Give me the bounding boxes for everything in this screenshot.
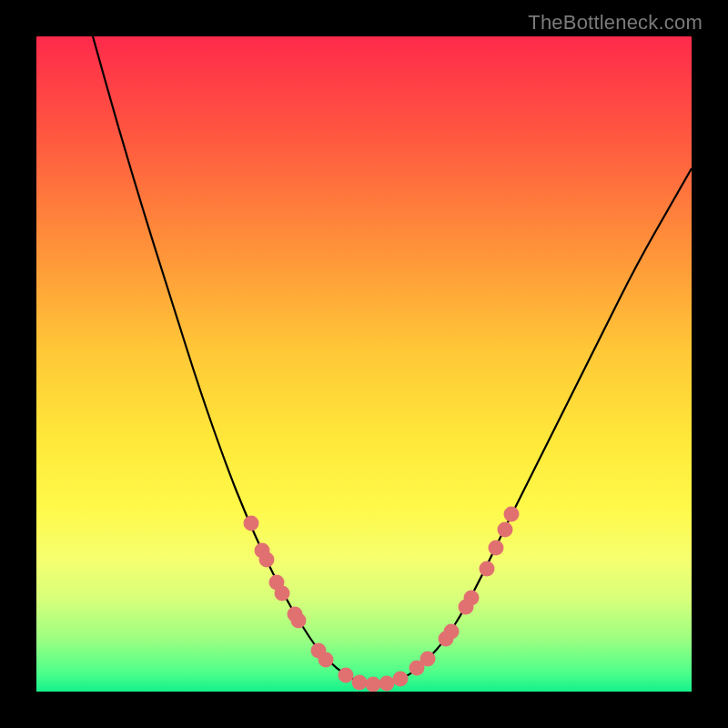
data-dot (504, 507, 520, 522)
data-dot (393, 672, 409, 687)
data-dot (269, 575, 285, 591)
data-dot (459, 600, 474, 615)
bottleneck-curve (93, 36, 692, 683)
data-dot (420, 652, 436, 667)
watermark-text: TheBottleneck.com (528, 11, 703, 35)
data-dot (255, 543, 270, 559)
data-dot (480, 561, 495, 577)
data-dot (352, 675, 368, 691)
bottleneck-curve-svg (36, 36, 692, 692)
data-dot (311, 643, 327, 659)
data-dot (275, 586, 290, 602)
data-dot (444, 624, 460, 640)
data-dot (498, 522, 513, 538)
data-dot (489, 541, 504, 556)
data-dot (410, 661, 425, 676)
data-dots-group (244, 507, 520, 693)
data-dot (318, 652, 334, 668)
data-dot (379, 676, 395, 692)
data-dot (244, 516, 259, 531)
plot-area (36, 36, 692, 692)
data-dot (366, 677, 381, 693)
data-dot (259, 552, 275, 568)
data-dot (439, 632, 454, 647)
data-dot (339, 668, 354, 683)
outer-frame: TheBottleneck.com (0, 0, 728, 728)
data-dot (464, 591, 480, 606)
data-dot (291, 613, 307, 629)
data-dot (288, 607, 303, 622)
